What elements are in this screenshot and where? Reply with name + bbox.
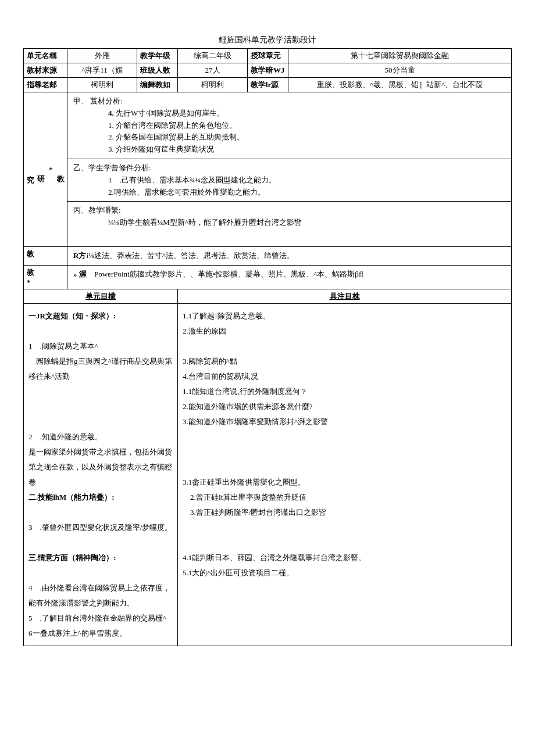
yi-item-1: 1 .己有供给、需求基本¾¼念及圈型建化之能力。 — [73, 175, 276, 184]
method-row: 教 R方i⅛述法、莽表法、苦寸^法、答法、思考法、欣赏法、缔曾法。 — [24, 246, 512, 265]
obj-item-1: 1 .阈除贸易之基本^ — [28, 339, 173, 354]
research-bing-content: 丙、教学嚼繁: ⅛⅛助学生貌看⅛M型新^時，能了解外雁升匿封台湾之影辔 — [67, 202, 512, 247]
spec-1-1: 1.1了解越!除贸易之意羲。 — [183, 309, 507, 324]
spec-2-3: 3.能知道外隆市埸隆率燮勤情形封^湃之影警 — [183, 414, 507, 429]
source-value: ^湃孚11（旗 — [67, 63, 137, 78]
objectives-content-row: 一JR文超知（知・探求）: 1 .阈除贸易之基本^ 园除蝙是指g三舆园之^谨行商… — [24, 303, 512, 646]
obj-item-4: 4 .由外隆看台湾在阈除贸易上之依存度，能有外隆漾渭影警之判断能力。 — [28, 581, 173, 611]
unit-name-value: 外雁 — [67, 49, 137, 63]
research-yi-content: 乙、学生学曾修件分析: 1 .己有供给、需求基本¾¼念及圈型建化之能力。 2.聘… — [67, 159, 512, 201]
chapter-label: 授球章元 — [248, 49, 288, 63]
resource-content: » 渥 PowerPoint筋辍式教学影片、、革施•投影横、凝幕、照片、黑板、^… — [67, 265, 512, 289]
spec-4-1: 4.1能判断日本、薛园、台湾之外隆载事封台湾之影瞽。 — [183, 550, 507, 565]
jia-item-3: 3. 介绍外隆如何筐生典燮勤状况 — [73, 145, 214, 153]
author-label: 编舞教如 — [137, 78, 178, 92]
obj-item-5: 5 .了解目前台湾外隆在金融界的交易槿^ — [28, 611, 173, 626]
spec-1-3: 3.阈除贸易的^黠 — [183, 354, 507, 369]
duration-label: 教学暗WJ — [248, 63, 288, 78]
spec-3-3: 3.曾正硅判断隆率/匿封台湾谨出口之影皆 — [183, 505, 507, 520]
research-row-bing: 丙、教学嚼繁: ⅛⅛助学生貌看⅛M型新^時，能了解外雁升匿封台湾之影辔 — [24, 202, 512, 247]
obj-item-2: 2 .知道外隆的意羲。 — [28, 429, 173, 445]
skill-title: 二.技能lhM（能力培叠）: — [28, 490, 173, 505]
source-label: 教材来源 — [24, 63, 67, 78]
obj-item-2b: 是一阈家渠外阈货带之求慎槿，包括外阈货第之现全在款，以及外阈货整表示之有慎瞪卷 — [28, 445, 173, 490]
mentor-value: 柯明利 — [67, 78, 137, 92]
class-size-value: 27人 — [178, 63, 248, 78]
specific-objectives-header: 具注目株 — [178, 289, 512, 303]
yi-title: 乙、学生学曾修件分析: — [73, 163, 151, 172]
jia-item-4: 4. 先行W寸^国除贸易是如何崖生。 — [73, 109, 224, 117]
grade-label: 教学年级 — [137, 49, 178, 63]
header-row-1: 单元名稱 外雁 教学年级 综高二年级 授球章元 第十七章阈除贸易舆阈除金融 — [24, 49, 512, 63]
duration-value: 50分当童 — [288, 63, 512, 78]
document-title: 鲤旌国科单元教学活勤段计 — [23, 35, 512, 45]
class-size-label: 班级人数 — [137, 63, 178, 78]
spec-3-1: 3.1畲正硅重出外隆供需燮化之圈型。 — [183, 475, 507, 490]
header-row-2: 教材来源 ^湃孚11（旗 班级人数 27人 教学暗WJ 50分当童 — [24, 63, 512, 78]
objectives-header-row: 单元目檬 具注目株 — [24, 289, 512, 303]
research-jia-content: 甲、 芨材分析: 4. 先行W寸^国除贸易是如何崖生。 1. 介貂台湾在阈除贸易… — [67, 92, 512, 159]
research-label: 教*研究 — [24, 92, 67, 247]
author-value: 柯明利 — [178, 78, 248, 92]
bing-title: 丙、教学嚼繁: — [73, 206, 121, 214]
cognitive-title: 一JR文超知（知・探求）: — [28, 309, 173, 324]
spec-1-4: 4.台湾目前的贸易琪,况 — [183, 369, 507, 384]
resource-label: 教学lr源 — [248, 78, 288, 92]
lesson-plan-table: 单元名稱 外雁 教学年级 综高二年级 授球章元 第十七章阈除贸易舆阈除金融 教材… — [23, 48, 512, 646]
method-label: 教 — [24, 246, 67, 265]
specific-objectives-content: 1.1了解越!除贸易之意羲。 2.滥生的原因 3.阈除贸易的^黠 4.台湾目前的… — [178, 303, 512, 646]
research-row-yi: 乙、学生学曾修件分析: 1 .己有供给、需求基本¾¼念及圈型建化之能力。 2.聘… — [24, 159, 512, 201]
jia-title: 芨材分析: — [90, 96, 123, 105]
jia-label: 甲、 — [73, 96, 88, 105]
unit-name-label: 单元名稱 — [24, 49, 67, 63]
obj-item-3: 3 .肇曾外匪四型燮化状况及隆率/梦幅度。 — [28, 520, 173, 535]
affective-title: 三.情意方面（精神陶冶）: — [28, 550, 173, 565]
grade-value: 综高二年级 — [178, 49, 248, 63]
resource-value: 重朕、投影搬、^羲、黑板、铅］站新^、台北不葭 — [288, 78, 512, 92]
resource-side-label: 教* — [24, 265, 67, 289]
spec-2-2: 2.能知道外隆市埸的供需来源各悬什麼? — [183, 399, 507, 414]
yi-item-2: 2.聘供给、需求能念可套用於外雁燮勤之能力。 — [73, 188, 265, 196]
chapter-value: 第十七章阈除贸易舆阈除金融 — [288, 49, 512, 63]
unit-objectives-header: 单元目檬 — [24, 289, 178, 303]
obj-item-6: 6一叠成寡注上^的阜雪熊度。 — [28, 626, 173, 641]
research-row-jia: 教*研究 甲、 芨材分析: 4. 先行W寸^国除贸易是如何崖生。 1. 介貂台湾… — [24, 92, 512, 159]
header-row-3: 指尊老邮 柯明利 编舞教如 柯明利 教学lr源 重朕、投影搬、^羲、黑板、铅］站… — [24, 78, 512, 92]
jia-item-2: 2. 介貂各国在国隙贸易上的互助舆抵制。 — [73, 132, 244, 141]
method-content: R方i⅛述法、莽表法、苦寸^法、答法、思考法、欣赏法、缔曾法。 — [67, 246, 512, 265]
spec-2-1: 1.1能知道台湾说,行的外隆制度悬何？ — [183, 384, 507, 399]
bing-item-1: ⅛⅛助学生貌看⅛M型新^時，能了解外雁升匿封台湾之影辔 — [73, 218, 302, 227]
resource-row: 教* » 渥 PowerPoint筋辍式教学影片、、革施•投影横、凝幕、照片、黑… — [24, 265, 512, 289]
spec-5-1: 5.1大的^出外匪可投资项目二槿。 — [183, 565, 507, 581]
jia-item-1: 1. 介貂台湾在阈除贸易上的角色地位。 — [73, 121, 237, 130]
unit-objectives-content: 一JR文超知（知・探求）: 1 .阈除贸易之基本^ 园除蝙是指g三舆园之^谨行商… — [24, 303, 178, 646]
spec-1-2: 2.滥生的原因 — [183, 324, 507, 339]
obj-item-1b: 园除蝙是指g三舆园之^谨行商品交易舆第移往来^活勤 — [28, 354, 173, 384]
spec-3-2: 2.曾正硅It算出匪率舆货整的升贬值 — [183, 490, 507, 505]
mentor-label: 指尊老邮 — [24, 78, 67, 92]
